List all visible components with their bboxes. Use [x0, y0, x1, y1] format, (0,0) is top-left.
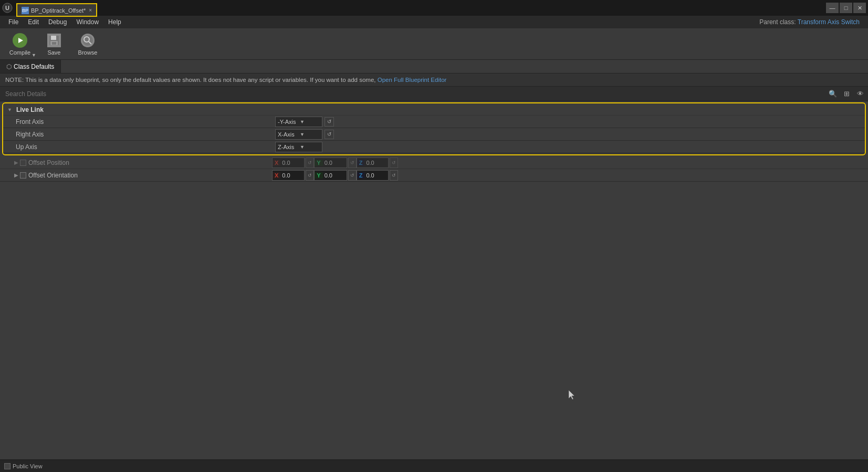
- view-options-icon[interactable]: 👁: [854, 88, 866, 100]
- class-defaults-icon: ⬡: [6, 63, 12, 70]
- offset-pos-z-label: Z: [357, 160, 365, 166]
- minimize-button[interactable]: —: [826, 3, 839, 13]
- front-axis-dropdown-value: -Y-Axis: [278, 119, 298, 125]
- up-axis-dropdown[interactable]: Z-Axis ▼: [275, 142, 322, 152]
- right-axis-label: Right Axis: [7, 131, 275, 138]
- browse-label: Browse: [78, 49, 98, 56]
- offset-pos-y-reset[interactable]: ↺: [348, 158, 357, 168]
- offset-position-value: X ↺ Y ↺ Z ↺: [272, 157, 864, 169]
- parent-class-info: Parent class: Transform Axis Switch: [759, 18, 864, 26]
- tab-close-button[interactable]: ×: [89, 7, 92, 13]
- up-axis-value: Z-Axis ▼: [275, 142, 861, 152]
- open-blueprint-editor-link[interactable]: Open Full Blueprint Editor: [378, 77, 447, 83]
- offset-orient-z-reset[interactable]: ↺: [390, 170, 398, 181]
- public-view-checkbox[interactable]: [4, 463, 11, 469]
- offset-pos-z-reset[interactable]: ↺: [390, 158, 398, 168]
- svg-rect-7: [52, 42, 56, 45]
- tab-blueprint-icon: BP: [22, 7, 29, 14]
- up-axis-dropdown-arrow: ▼: [300, 144, 320, 150]
- ue-logo: U: [0, 1, 15, 15]
- offset-orient-x-reset[interactable]: ↺: [306, 170, 314, 181]
- compile-dropdown-arrow[interactable]: ▼: [32, 53, 36, 58]
- cursor-position: [569, 390, 576, 402]
- parent-class-label: Parent class:: [759, 18, 796, 26]
- title-bar-controls: — □ ✕: [826, 3, 868, 13]
- offset-position-row: ▶ Offset Position X ↺ Y ↺ Z ↺: [0, 156, 868, 169]
- grid-view-icon[interactable]: ⊞: [841, 88, 852, 100]
- offset-pos-z-input[interactable]: [364, 159, 388, 166]
- right-axis-dropdown[interactable]: X-Axis ▼: [275, 129, 322, 140]
- class-defaults-label: Class Defaults: [14, 63, 54, 70]
- front-axis-label: Front Axis: [7, 118, 275, 125]
- menu-window[interactable]: Window: [72, 17, 103, 27]
- offset-orientation-expand[interactable]: ▶: [13, 172, 20, 179]
- browse-button[interactable]: Browse: [72, 30, 103, 58]
- live-link-header[interactable]: ▼ Live Link: [3, 104, 865, 116]
- offset-orient-z-input[interactable]: [364, 172, 388, 179]
- tab-label: BP_Optitrack_Offset*: [31, 7, 86, 14]
- offset-pos-y-input[interactable]: [323, 159, 347, 166]
- offset-pos-y-field: Y: [314, 158, 347, 168]
- offset-pos-x-field: X: [272, 158, 305, 168]
- tab-area: BP BP_Optitrack_Offset* ×: [17, 0, 98, 16]
- right-axis-dropdown-value: X-Axis: [278, 131, 298, 138]
- save-icon: [47, 34, 61, 47]
- note-text: NOTE: This is a data only blueprint, so …: [5, 77, 376, 83]
- compile-icon-area: [12, 33, 28, 48]
- close-button[interactable]: ✕: [853, 3, 866, 13]
- offset-pos-y-label: Y: [315, 160, 322, 166]
- svg-rect-5: [51, 36, 56, 40]
- offset-orientation-label: ▶ Offset Orientation: [4, 172, 272, 179]
- svg-marker-11: [569, 390, 574, 400]
- offset-orient-x-label: X: [273, 172, 280, 179]
- save-label: Save: [47, 49, 60, 56]
- public-view-label: Public View: [13, 463, 43, 469]
- offset-orient-x-field: X: [272, 170, 305, 181]
- section-tabs: ⬡ Class Defaults: [0, 60, 868, 74]
- offset-pos-x-input[interactable]: [280, 159, 304, 166]
- right-axis-reset[interactable]: ↺: [325, 130, 334, 139]
- search-input[interactable]: [2, 89, 827, 99]
- menu-bar: File Edit Debug Window Help Parent class…: [0, 16, 868, 28]
- parent-class-link[interactable]: Transform Axis Switch: [798, 18, 860, 26]
- menu-edit[interactable]: Edit: [24, 17, 43, 27]
- offset-orient-x-input[interactable]: [280, 172, 304, 179]
- compile-group: Compile ▼: [4, 30, 36, 58]
- menu-file[interactable]: File: [4, 17, 23, 27]
- front-axis-dropdown[interactable]: -Y-Axis ▼: [275, 117, 322, 127]
- offset-orient-y-input[interactable]: [323, 172, 347, 179]
- compile-icon: [13, 33, 27, 48]
- live-link-collapse-arrow: ▼: [7, 107, 12, 112]
- up-axis-row: Up Axis Z-Axis ▼: [3, 141, 865, 153]
- bp-tab[interactable]: BP BP_Optitrack_Offset* ×: [17, 4, 97, 16]
- title-bar: U BP BP_Optitrack_Offset* × — □ ✕: [0, 0, 868, 16]
- offset-pos-x-label: X: [273, 160, 280, 166]
- title-bar-left: U BP BP_Optitrack_Offset* ×: [0, 0, 98, 16]
- up-axis-label: Up Axis: [7, 143, 275, 151]
- right-axis-value: X-Axis ▼ ↺: [275, 129, 861, 140]
- tab-class-defaults[interactable]: ⬡ Class Defaults: [0, 60, 61, 73]
- toolbar: Compile ▼ Save: [0, 28, 868, 60]
- compile-button[interactable]: Compile: [4, 30, 36, 58]
- search-icon[interactable]: 🔍: [827, 88, 839, 100]
- menu-help[interactable]: Help: [104, 17, 126, 27]
- offset-pos-z-field: Z: [357, 158, 389, 168]
- status-bar: Public View: [0, 459, 868, 472]
- offset-orient-y-label: Y: [315, 172, 322, 179]
- front-axis-dropdown-arrow: ▼: [300, 119, 320, 124]
- search-row: 🔍 ⊞ 👁: [0, 87, 868, 101]
- menu-debug[interactable]: Debug: [44, 17, 71, 27]
- offset-orientation-value: X ↺ Y ↺ Z ↺: [272, 170, 864, 181]
- offset-position-label: ▶ Offset Position: [4, 159, 272, 166]
- save-button[interactable]: Save: [38, 30, 70, 58]
- live-link-section: ▼ Live Link Front Axis -Y-Axis ▼ ↺ Right…: [2, 102, 866, 155]
- browse-icon: [81, 34, 95, 47]
- offset-orient-y-reset[interactable]: ↺: [348, 170, 357, 181]
- browse-icon-area: [80, 33, 96, 48]
- maximize-button[interactable]: □: [840, 3, 852, 13]
- offset-position-expand[interactable]: ▶: [13, 159, 20, 166]
- offset-pos-x-reset[interactable]: ↺: [306, 158, 314, 168]
- offset-position-checkbox[interactable]: [20, 160, 26, 166]
- offset-orientation-checkbox[interactable]: [20, 172, 26, 179]
- front-axis-reset[interactable]: ↺: [325, 117, 334, 127]
